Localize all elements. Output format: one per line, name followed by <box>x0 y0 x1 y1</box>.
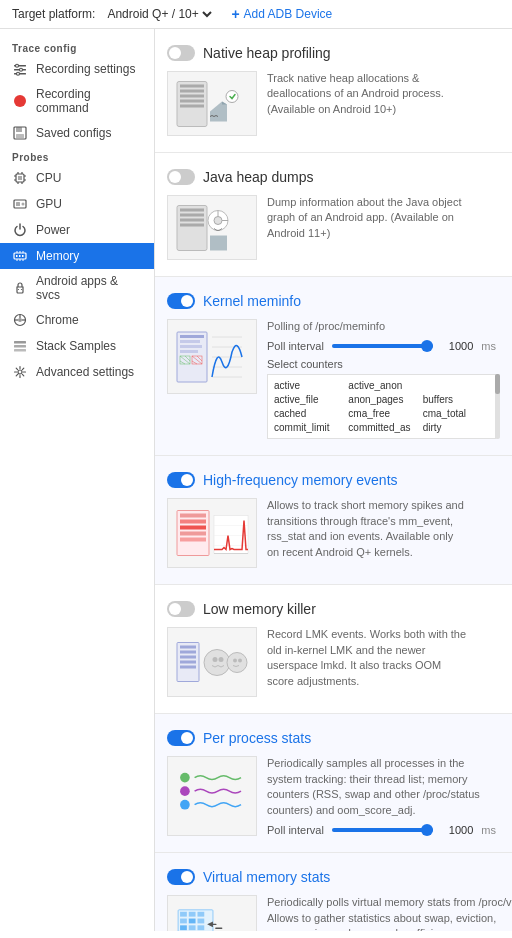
svg-point-36 <box>18 318 22 322</box>
svg-rect-25 <box>19 255 21 257</box>
probe-native-heap: Native heap profiling <box>155 29 512 153</box>
sidebar-item-saved-configs[interactable]: Saved configs <box>0 120 154 146</box>
svg-rect-52 <box>180 208 204 211</box>
svg-point-88 <box>233 659 237 663</box>
toggle-per-process[interactable] <box>167 730 195 746</box>
counter-item[interactable]: anon_pages <box>346 393 416 406</box>
counter-item[interactable]: active_file <box>272 393 342 406</box>
sidebar-item-stack-samples[interactable]: Stack Samples <box>0 333 154 359</box>
scroll-thumb <box>495 374 500 394</box>
sidebar-item-android-apps[interactable]: Android apps & svcs <box>0 269 154 307</box>
counter-item[interactable]: cma_total <box>421 407 491 420</box>
sidebar-item-memory[interactable]: Memory <box>0 243 154 269</box>
counter-item[interactable]: cached <box>272 407 342 420</box>
chrome-icon <box>12 312 28 328</box>
save-icon <box>12 125 28 141</box>
counter-item[interactable]: buffers <box>421 393 491 406</box>
sidebar-item-chrome[interactable]: Chrome <box>0 307 154 333</box>
cpu-icon <box>12 170 28 186</box>
svg-rect-48 <box>180 99 204 102</box>
svg-rect-47 <box>180 94 204 97</box>
probe-header-kernel-meminfo: Kernel meminfo <box>167 293 301 309</box>
svg-point-3 <box>16 64 19 67</box>
probe-image-java-heap <box>167 195 257 260</box>
svg-rect-69 <box>180 520 206 524</box>
svg-rect-68 <box>180 514 206 518</box>
svg-rect-45 <box>180 84 204 87</box>
trace-config-title: Trace config <box>0 37 154 56</box>
counter-item[interactable]: commit_limit <box>272 421 342 434</box>
svg-rect-21 <box>16 202 20 206</box>
svg-point-84 <box>204 650 230 676</box>
counter-item[interactable]: active_anon <box>346 379 416 392</box>
sidebar-item-label: GPU <box>36 197 62 211</box>
power-icon <box>12 222 28 238</box>
toggle-virtual-memory[interactable] <box>167 869 195 885</box>
probe-image-kernel-meminfo <box>167 319 257 394</box>
probe-high-freq-memory: High-frequency memory events <box>155 456 512 585</box>
poll-interval-slider-per-process[interactable] <box>332 828 433 832</box>
add-device-button[interactable]: + Add ADB Device <box>231 6 332 22</box>
svg-rect-9 <box>16 134 24 138</box>
poll-interval-unit-meminfo: ms <box>481 340 496 352</box>
sliders-icon <box>12 61 28 77</box>
toggle-java-heap[interactable] <box>167 169 195 185</box>
probe-header-low-memory: Low memory killer <box>167 601 316 617</box>
counter-item[interactable]: dirty <box>421 421 491 434</box>
sidebar-item-label: CPU <box>36 171 61 185</box>
circle-icon <box>12 93 28 109</box>
sidebar-item-cpu[interactable]: CPU <box>0 165 154 191</box>
svg-rect-61 <box>180 335 204 338</box>
svg-rect-26 <box>22 255 24 257</box>
toggle-high-freq[interactable] <box>167 472 195 488</box>
svg-rect-83 <box>180 666 196 669</box>
poll-interval-slider-meminfo[interactable] <box>332 344 433 348</box>
counter-item[interactable]: cma_free <box>346 407 416 420</box>
svg-rect-72 <box>180 538 206 542</box>
svg-rect-44 <box>177 81 207 126</box>
toggle-low-memory[interactable] <box>167 601 195 617</box>
sidebar-item-label: Power <box>36 223 70 237</box>
svg-rect-96 <box>197 912 204 917</box>
scroll-track <box>495 374 500 439</box>
svg-rect-63 <box>180 345 202 348</box>
counter-item[interactable] <box>421 379 491 392</box>
counters-label-meminfo: Select counters <box>267 358 496 370</box>
probe-header-java-heap: Java heap dumps <box>167 169 314 185</box>
probe-image-low-memory <box>167 627 257 697</box>
counter-item[interactable]: committed_as <box>346 421 416 434</box>
toggle-kernel-meminfo[interactable] <box>167 293 195 309</box>
sidebar-item-power[interactable]: Power <box>0 217 154 243</box>
sidebar-item-advanced-settings[interactable]: Advanced settings <box>0 359 154 385</box>
svg-rect-97 <box>180 919 187 924</box>
sidebar-item-recording-command[interactable]: Recording command <box>0 82 154 120</box>
svg-point-5 <box>17 72 20 75</box>
probe-java-heap: Java heap dumps <box>155 153 512 277</box>
svg-point-89 <box>238 659 242 663</box>
probe-image-native-heap <box>167 71 257 136</box>
sidebar-item-gpu[interactable]: GPU <box>0 191 154 217</box>
probe-header-high-freq: High-frequency memory events <box>167 472 398 488</box>
svg-point-92 <box>180 800 190 810</box>
svg-rect-82 <box>180 661 196 664</box>
svg-rect-51 <box>177 205 207 250</box>
svg-point-57 <box>214 216 222 224</box>
svg-rect-62 <box>180 340 200 343</box>
svg-rect-54 <box>180 218 204 221</box>
poll-interval-label: Poll interval <box>267 340 324 352</box>
svg-rect-101 <box>189 926 196 931</box>
svg-rect-49 <box>180 104 204 107</box>
sidebar-item-recording-settings[interactable]: Recording settings <box>0 56 154 82</box>
probe-title-low-memory: Low memory killer <box>203 601 316 617</box>
svg-rect-8 <box>16 127 22 132</box>
probes-title: Probes <box>0 146 154 165</box>
toggle-native-heap[interactable] <box>167 45 195 61</box>
sidebar-item-label: Memory <box>36 249 79 263</box>
poll-interval-value-meminfo: 1000 <box>441 340 473 352</box>
platform-select[interactable]: Android Q+ / 10+ <box>103 6 215 22</box>
svg-point-90 <box>180 773 190 783</box>
main-layout: Trace config Recording settings Recordin <box>0 29 512 931</box>
probe-image-high-freq <box>167 498 257 568</box>
counter-item[interactable]: active <box>272 379 342 392</box>
probe-image-per-process <box>167 756 257 836</box>
